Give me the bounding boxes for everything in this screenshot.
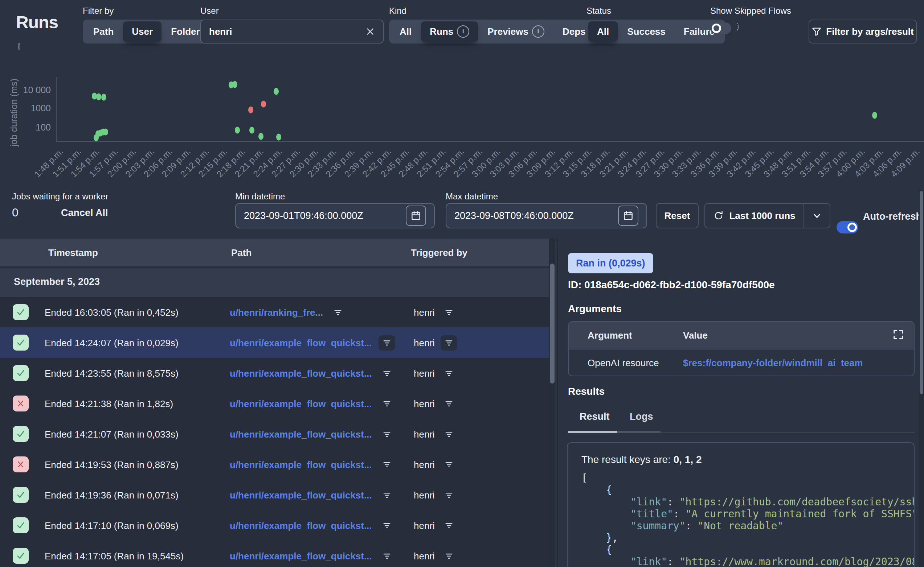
filter-by-path-icon[interactable] [379,335,395,351]
run-timestamp: Ended 16:03:05 (Ran in 0,452s) [45,307,179,318]
filter-by-user-icon[interactable] [441,366,457,381]
run-path-link[interactable]: u/henri/example_flow_quickst... [230,520,372,531]
table-row[interactable]: Ended 16:03:05 (Ran in 0,452s) u/henri/r… [0,297,549,328]
col-timestamp: Timestamp [48,247,98,258]
table-row[interactable]: Ended 14:23:55 (Ran in 8,575s) u/henri/e… [0,358,549,388]
scatter-point-success[interactable] [274,88,279,95]
cancel-all-button[interactable]: Cancel All [61,207,108,219]
scatter-point-success[interactable] [235,127,240,134]
group-date: September 5, 2023 [14,276,100,288]
scatter-point-success[interactable] [249,126,254,134]
run-triggered-by: henri [414,368,435,379]
scatter-point-success[interactable] [232,81,237,88]
filter-by-user-icon[interactable] [441,488,457,503]
user-filter-input[interactable]: henri [200,20,384,44]
filter-by-user-option[interactable]: User [123,21,161,42]
check-icon [15,520,26,531]
filter-by-path-option[interactable]: Path [84,21,122,42]
run-path-link[interactable]: u/henri/example_flow_quickst... [230,368,372,379]
table-row[interactable]: Ended 14:19:53 (Ran in 0,887s) u/henri/e… [0,449,549,480]
kind-previews-info-icon[interactable]: i [532,26,545,38]
max-datetime-input[interactable]: 2023-09-08T09:46:00.000Z [445,203,647,228]
filter-by-user-icon[interactable] [441,518,457,533]
filter-by-user-icon[interactable] [441,549,457,564]
filter-by-path-icon[interactable] [379,396,395,411]
table-row[interactable]: Ended 14:21:38 (Ran in 1,82s) u/henri/ex… [0,388,549,419]
argument-value-link[interactable]: $res:f/company-folder/windmill_ai_team [683,357,863,369]
check-icon [15,307,26,318]
panel-divider [557,238,558,567]
auto-refresh-toggle[interactable] [837,221,858,234]
check-icon [15,550,26,561]
show-skipped-toggle[interactable] [710,22,731,34]
table-row[interactable]: Ended 14:17:05 (Ran in 19,545s) u/henri/… [0,540,549,567]
table-group-row: September 5, 2023 [0,267,549,297]
scatter-point-success[interactable] [872,112,877,118]
run-timestamp: Ended 14:21:07 (Ran in 0,033s) [45,429,179,440]
run-path-link[interactable]: u/henri/example_flow_quickst... [230,338,372,349]
kind-runs-option[interactable]: Runs i [421,21,478,42]
run-timestamp: Ended 14:17:05 (Ran in 19,545s) [45,550,184,562]
run-timestamp: Ended 14:19:53 (Ran in 0,887s) [45,459,179,471]
filter-by-path-icon[interactable] [379,549,395,564]
reload-runs-button[interactable]: Last 1000 runs [705,210,804,222]
reset-button[interactable]: Reset [656,203,698,228]
scatter-point-failure[interactable] [248,106,253,113]
run-path-link[interactable]: u/henri/example_flow_quickst... [230,490,372,501]
max-datetime-calendar-icon[interactable] [618,206,638,226]
scatter-point-success[interactable] [103,128,108,135]
scatter-point-success[interactable] [276,134,281,141]
run-status-icon [13,548,29,564]
run-timestamp: Ended 14:24:07 (Ran in 0,029s) [45,338,179,349]
table-row[interactable]: Ended 14:17:10 (Ran in 0,069s) u/henri/e… [0,510,549,541]
filter-args-button[interactable]: Filter by args/result [808,20,917,44]
table-row[interactable]: Ended 14:19:36 (Ran in 0,071s) u/henri/e… [0,480,549,510]
kind-all-option[interactable]: All [391,21,420,42]
filter-by-user-icon[interactable] [441,427,457,442]
clear-user-filter-icon[interactable] [366,27,375,36]
user-label: User [200,6,219,16]
tab-logs[interactable]: Logs [630,411,653,422]
run-path-link[interactable]: u/henri/example_flow_quickst... [230,398,372,410]
filter-by-path-icon[interactable] [379,518,395,533]
runs-count-dropdown-chevron[interactable] [804,210,830,221]
run-path-link[interactable]: u/henri/ranking_fre... [230,307,323,318]
arguments-card: Argument Value OpenAI resource $res:f/co… [568,321,915,376]
expand-arguments-icon[interactable] [892,328,904,344]
scatter-point-success[interactable] [96,93,101,100]
filter-by-path-icon[interactable] [379,488,395,503]
status-success-option[interactable]: Success [619,21,674,42]
runs-info-icon[interactable]: i [18,43,20,50]
filter-by-user-icon[interactable] [441,335,457,351]
run-triggered-by: henri [414,490,435,501]
show-skipped-info-icon[interactable]: i [737,23,739,31]
filter-by-path-icon[interactable] [379,427,395,442]
filter-by-user-icon[interactable] [441,457,457,472]
run-path-link[interactable]: u/henri/example_flow_quickst... [230,459,372,471]
tab-result[interactable]: Result [579,411,610,422]
col-path: Path [231,247,251,258]
table-row[interactable]: Ended 14:21:07 (Ran in 0,033s) u/henri/e… [0,419,549,450]
scatter-point-success[interactable] [259,133,263,140]
scatter-point-success[interactable] [101,93,106,100]
min-datetime-input[interactable]: 2023-09-01T09:46:00.000Z [235,203,435,228]
page-scrollbar-thumb[interactable] [919,191,923,394]
filter-by-user-icon[interactable] [441,305,457,320]
arguments-row: OpenAI resource $res:f/company-folder/wi… [569,350,914,376]
status-all-option[interactable]: All [588,21,618,42]
run-timestamp: Ended 14:17:10 (Ran in 0,069s) [45,520,179,531]
filter-by-path-icon[interactable] [379,457,395,472]
filter-by-path-icon[interactable] [379,366,395,381]
kind-runs-info-icon[interactable]: i [457,26,469,38]
table-row[interactable]: Ended 14:24:07 (Ran in 0,029s) u/henri/e… [0,327,549,358]
scatter-point-failure[interactable] [261,100,266,107]
run-path-link[interactable]: u/henri/example_flow_quickst... [230,429,372,440]
run-path-link[interactable]: u/henri/example_flow_quickst... [230,550,372,562]
auto-refresh-label: Auto-refresh [863,211,922,222]
min-datetime-calendar-icon[interactable] [406,206,426,226]
filter-by-user-icon[interactable] [441,396,457,411]
kind-previews-option[interactable]: Previews i [479,21,553,42]
run-triggered-by: henri [414,429,435,440]
filter-by-path-icon[interactable] [330,305,346,320]
table-scrollbar-thumb[interactable] [550,264,555,384]
